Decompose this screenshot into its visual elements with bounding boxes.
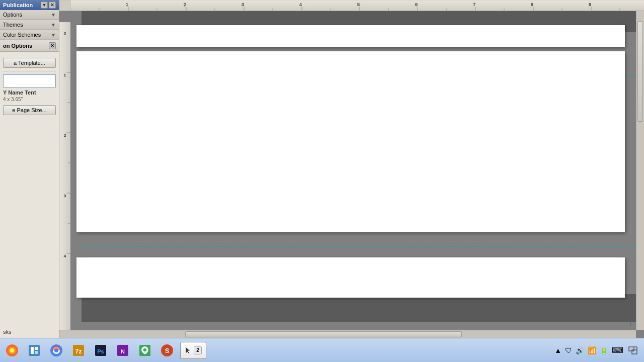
- page-top-bar: [76, 25, 625, 47]
- cursor-position: ↕: [629, 321, 632, 327]
- svg-text:4: 4: [299, 2, 302, 7]
- svg-text:8: 8: [531, 2, 533, 7]
- pub-name-label: Y Name Tent: [3, 89, 56, 96]
- svg-text:9: 9: [589, 2, 591, 7]
- svg-rect-48: [29, 345, 40, 356]
- ruler-svg: 1 2 3 4 5 6 7 8 9: [59, 0, 644, 11]
- color-schemes-label: Color Schemes: [3, 32, 41, 38]
- svg-rect-66: [632, 350, 637, 354]
- options-header[interactable]: Options ▼: [0, 10, 59, 20]
- options-chevron: ▼: [51, 12, 56, 18]
- svg-text:7z: 7z: [75, 347, 82, 355]
- taskbar-badge: 2: [194, 346, 202, 354]
- color-schemes-header[interactable]: Color Schemes ▼: [0, 30, 59, 40]
- svg-point-47: [10, 348, 14, 352]
- system-tray: ▲ 🛡 🔊 📶 🔋 ⌨: [549, 344, 642, 356]
- left-panel: Publication ▼ ✕ Options ▼ Themes ▼ Color…: [0, 0, 59, 338]
- tray-network-icon[interactable]: 📶: [587, 345, 597, 355]
- themes-header[interactable]: Themes ▼: [0, 20, 59, 30]
- svg-text:1: 1: [64, 73, 66, 77]
- taskbar-icon-onenote[interactable]: N: [113, 340, 133, 360]
- tray-arrow-icon[interactable]: ▲: [553, 345, 562, 355]
- svg-point-62: [143, 348, 146, 351]
- page-size-button[interactable]: e Page Size...: [3, 105, 56, 115]
- tray-resize-icon: [628, 346, 638, 355]
- taskbar-icon-chrome[interactable]: [46, 340, 66, 360]
- panel-close-btn[interactable]: ✕: [49, 2, 56, 9]
- publication-name-input[interactable]: [3, 74, 56, 87]
- v-ruler-svg: 0 1 2 3 4: [59, 22, 70, 338]
- page-1[interactable]: [76, 51, 625, 232]
- tray-keyboard-icon[interactable]: ⌨: [611, 344, 624, 356]
- svg-text:2: 2: [64, 133, 66, 138]
- svg-rect-50: [35, 347, 38, 350]
- publication-options-content: a Template... Y Name Tent 4 x 3.65" e Pa…: [0, 52, 59, 118]
- tray-volume-icon[interactable]: 🔊: [575, 345, 585, 355]
- screen-resize-svg: [628, 346, 638, 355]
- themes-chevron: ▼: [51, 22, 56, 28]
- page-2[interactable]: [76, 257, 625, 298]
- taskbar-icon-publisher[interactable]: [24, 340, 44, 360]
- taskbar-icon-photoshop[interactable]: Ps: [91, 340, 111, 360]
- taskbar-icon-maps[interactable]: [135, 340, 155, 360]
- svg-rect-65: [629, 347, 634, 351]
- canvas-wrapper: 0 1 2 3 4: [59, 11, 644, 338]
- svg-text:S: S: [165, 347, 170, 354]
- tasks-label: sks: [0, 326, 59, 338]
- svg-text:N: N: [121, 348, 125, 354]
- divider-1: [3, 71, 56, 71]
- svg-text:1: 1: [126, 2, 128, 7]
- publication-options-section: on Options ✕ a Template... Y Name Tent 4…: [0, 40, 59, 118]
- taskbar-icon-unknown[interactable]: S: [157, 340, 177, 360]
- taskbar-active-item[interactable]: 2: [180, 342, 206, 359]
- svg-text:3: 3: [64, 194, 66, 198]
- tasks-area: sks: [0, 326, 59, 338]
- svg-text:3: 3: [242, 2, 244, 7]
- svg-text:Ps: Ps: [97, 348, 104, 354]
- publication-options-header: on Options ✕: [0, 40, 59, 52]
- cursor-icon: [185, 346, 192, 355]
- guide-line-2: [82, 246, 636, 247]
- svg-rect-32: [59, 22, 70, 338]
- svg-text:6: 6: [415, 2, 418, 7]
- horizontal-ruler: 1 2 3 4 5 6 7 8 9: [59, 0, 644, 11]
- taskbar-icon-7zip[interactable]: 7z: [68, 340, 89, 360]
- scroll-thumb-vertical[interactable]: [637, 21, 643, 122]
- svg-text:5: 5: [357, 2, 360, 7]
- tray-security-icon[interactable]: 🛡: [564, 345, 573, 355]
- svg-rect-51: [35, 351, 38, 354]
- template-button[interactable]: a Template...: [3, 58, 56, 68]
- svg-text:0: 0: [64, 31, 66, 36]
- svg-text:4: 4: [64, 254, 66, 258]
- taskbar-icon-paint[interactable]: [2, 340, 22, 360]
- svg-rect-0: [59, 0, 70, 11]
- panel-title: Publication: [3, 2, 33, 8]
- svg-text:7: 7: [473, 2, 475, 7]
- publication-options-title: on Options: [3, 43, 32, 49]
- dark-bottom-bar: [82, 294, 636, 322]
- publication-options-close[interactable]: ✕: [49, 42, 56, 49]
- panel-title-bar: Publication ▼ ✕: [0, 0, 59, 10]
- document-canvas: [70, 11, 636, 330]
- scrollbar-horizontal[interactable]: [59, 330, 636, 338]
- vertical-ruler: 0 1 2 3 4: [59, 22, 70, 338]
- svg-text:2: 2: [184, 2, 186, 7]
- scrollbar-vertical[interactable]: [636, 11, 644, 330]
- color-schemes-chevron: ▼: [51, 32, 56, 38]
- tray-power-icon[interactable]: 🔋: [599, 345, 609, 355]
- svg-rect-49: [31, 347, 34, 354]
- themes-label: Themes: [3, 22, 23, 28]
- pub-size-label: 4 x 3.65": [3, 97, 56, 102]
- options-label: Options: [3, 12, 22, 18]
- cursor-coords: ↕: [629, 321, 632, 327]
- color-schemes-section: Color Schemes ▼: [0, 30, 59, 40]
- themes-section: Themes ▼: [0, 20, 59, 30]
- options-section: Options ▼: [0, 10, 59, 20]
- scroll-thumb-horizontal[interactable]: [185, 331, 462, 337]
- content-area: 1 2 3 4 5 6 7 8 9: [59, 0, 644, 338]
- taskbar: 7z Ps N S: [0, 338, 644, 362]
- panel-minimize-btn[interactable]: ▼: [41, 2, 48, 9]
- taskbar-icons: 7z Ps N S: [2, 340, 549, 360]
